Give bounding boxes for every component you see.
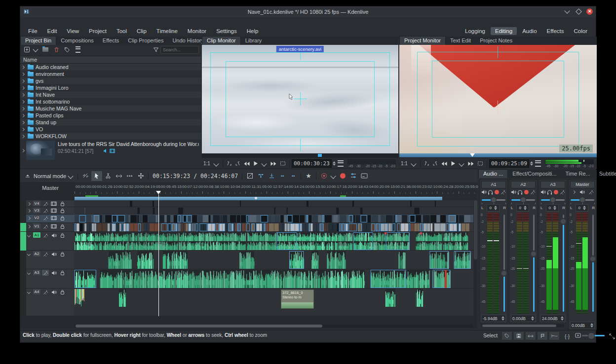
collapse-mixer-icon[interactable]: [571, 189, 577, 195]
expand-icon[interactable]: [22, 79, 26, 83]
menu-file[interactable]: File: [23, 27, 42, 36]
mute-track-icon[interactable]: [50, 270, 57, 276]
lock-track-icon[interactable]: [59, 289, 66, 295]
edit-mode-chevron[interactable]: [68, 173, 73, 179]
fader-knob[interactable]: [560, 218, 567, 225]
edit-mode-icon[interactable]: [23, 172, 32, 181]
solo-icon[interactable]: [517, 189, 523, 195]
bin-folder-row[interactable]: WORKFLOW: [20, 133, 201, 140]
track-header-v1[interactable]: V1: [26, 223, 75, 232]
play-button[interactable]: [252, 159, 260, 168]
volume-fader[interactable]: [560, 213, 567, 314]
mute-icon[interactable]: [540, 189, 546, 195]
mixer-hscrollbar[interactable]: [481, 324, 564, 328]
maximize-icon[interactable]: [575, 8, 582, 15]
track-tag-a3[interactable]: A3: [33, 270, 40, 275]
record-dropdown-chevron[interactable]: [331, 173, 336, 179]
slip-tool-button[interactable]: [80, 171, 91, 181]
track-effects-icon[interactable]: [42, 232, 49, 238]
workspace-editing[interactable]: Editing: [491, 27, 517, 35]
lock-track-icon[interactable]: [59, 201, 66, 207]
projmon-tab-project-monitor[interactable]: Project Monitor: [399, 36, 446, 45]
balance-value[interactable]: 0: [487, 204, 500, 212]
effects-icon[interactable]: [588, 189, 594, 195]
lock-track-icon[interactable]: [59, 232, 66, 238]
timeline-zoom-slider[interactable]: [582, 335, 605, 336]
bin-folder-row[interactable]: Immagini Loro: [20, 84, 201, 91]
menu-timeline[interactable]: Timeline: [152, 27, 183, 36]
track-effects-icon[interactable]: [42, 289, 49, 295]
collapse-icon[interactable]: [28, 271, 32, 275]
track-header-a3[interactable]: A3: [26, 269, 75, 289]
track-header-v2[interactable]: V2: [26, 215, 75, 223]
record-arm-icon[interactable]: [524, 189, 530, 195]
track-tag-v4[interactable]: V4: [33, 201, 40, 206]
fader-knob[interactable]: [500, 270, 507, 277]
monitor-menu-icon[interactable]: [535, 160, 541, 167]
volume-fader[interactable]: [500, 213, 507, 314]
track-header-a4[interactable]: A4: [26, 289, 75, 316]
projmon-tab-project-notes[interactable]: Project Notes: [475, 36, 517, 45]
gain-value-box[interactable]: 24.00dB: [540, 315, 565, 322]
balance-knob[interactable]: [550, 197, 556, 203]
timeline-vscrollbar[interactable]: [474, 200, 477, 259]
expand-icon[interactable]: [28, 202, 32, 206]
workspace-color[interactable]: Color: [570, 27, 592, 35]
zone-loop-button[interactable]: [278, 159, 287, 168]
zone-mode-icon[interactable]: {·}: [563, 332, 571, 341]
effects-icon[interactable]: [530, 189, 536, 195]
menu-help[interactable]: Help: [242, 27, 264, 36]
bin-folder-row[interactable]: Int Nave: [20, 91, 201, 98]
menu-settings[interactable]: Settings: [211, 27, 242, 36]
close-icon[interactable]: ✕: [586, 8, 593, 15]
timeline-labeled-clip[interactable]: 372_8616_0 Stereo to m: [281, 290, 314, 309]
play-button[interactable]: [449, 159, 457, 168]
fit-zoom-icon[interactable]: [608, 332, 616, 341]
fader-knob[interactable]: [589, 255, 596, 262]
video-track-icon[interactable]: [50, 223, 57, 229]
title-bar[interactable]: Nave_01c.kdenlive */ HD 1080i 25 fps — K…: [20, 6, 596, 18]
menu-view[interactable]: View: [62, 27, 84, 36]
expand-icon[interactable]: [28, 216, 32, 220]
overwrite-zone-button[interactable]: ••: [277, 171, 288, 181]
balance-knob[interactable]: [491, 197, 497, 203]
expand-icon[interactable]: [22, 113, 26, 117]
zoom-dropdown-chevron[interactable]: [213, 161, 219, 166]
mute-track-icon[interactable]: [50, 289, 57, 295]
solo-icon[interactable]: [488, 189, 494, 195]
delete-button[interactable]: [52, 46, 61, 53]
bin-folder-row[interactable]: Stand up: [20, 119, 201, 126]
clipmon-tab-clip-monitor[interactable]: Clip Monitor: [202, 36, 241, 45]
track-tag-a1[interactable]: A1: [33, 232, 40, 238]
timeline-clips-canvas[interactable]: [75, 200, 473, 316]
forward-button[interactable]: [269, 159, 278, 168]
set-out-point-button[interactable]: [233, 159, 242, 168]
zoom-dropdown-chevron[interactable]: [411, 161, 416, 166]
subtitle-toggle-button[interactable]: [359, 171, 370, 181]
timeline-position-timecode[interactable]: 00:15:39:23 / 00:24:46:07: [153, 173, 238, 180]
ripple-tool-button[interactable]: •••: [124, 171, 135, 181]
gain-value-box[interactable]: 0.00dB: [511, 315, 536, 322]
preview-render-icon[interactable]: [573, 331, 583, 339]
timeline-ruler[interactable]: 00:00:00:0000:01:26:1000:02:52:2000:04:1…: [75, 182, 477, 201]
expand-icon[interactable]: [22, 100, 26, 104]
set-in-point-button[interactable]: [423, 159, 431, 168]
multicam-tool-button[interactable]: [135, 171, 146, 181]
track-effects-icon[interactable]: [42, 223, 49, 229]
set-in-point-button[interactable]: [225, 159, 233, 168]
save-zone-button[interactable]: [513, 331, 524, 340]
track-header-a1[interactable]: A1: [26, 232, 75, 251]
clip-monitor[interactable]: antarctic-scenery.avi: [202, 45, 398, 153]
rewind-button[interactable]: [242, 159, 252, 168]
menu-tool[interactable]: Tool: [112, 27, 132, 36]
menu-edit[interactable]: Edit: [42, 27, 62, 36]
set-out-point-button[interactable]: [431, 159, 439, 168]
projmon-tab-text-edit[interactable]: Text Edit: [446, 36, 475, 45]
track-tag-a4[interactable]: A4: [33, 289, 40, 294]
mixer-hscrollbar-thumb[interactable]: [482, 325, 556, 327]
bin-folder-row[interactable]: Int sottomarino: [20, 98, 201, 105]
effects-icon[interactable]: [500, 189, 506, 195]
expand-icon[interactable]: [22, 148, 26, 152]
timeline-hscrollbar[interactable]: [75, 324, 473, 328]
minimize-icon[interactable]: [564, 8, 571, 15]
